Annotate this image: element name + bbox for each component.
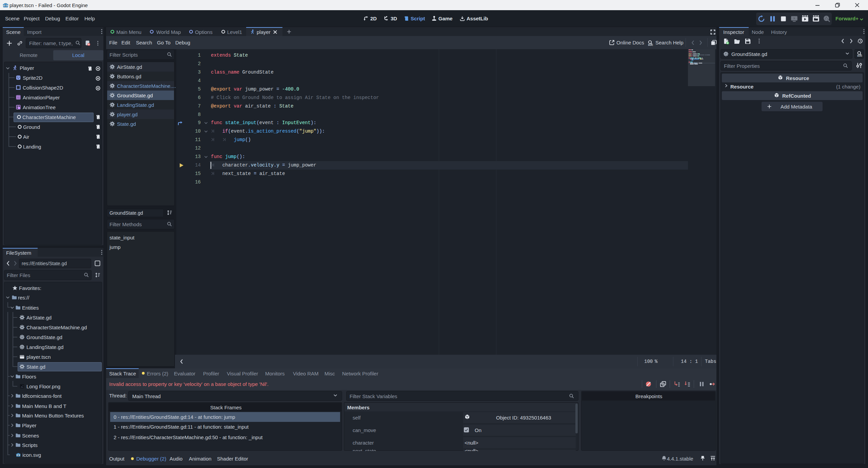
svg-text:DOC: DOC [857,55,863,57]
svg-text:DOC: DOC [648,44,653,46]
